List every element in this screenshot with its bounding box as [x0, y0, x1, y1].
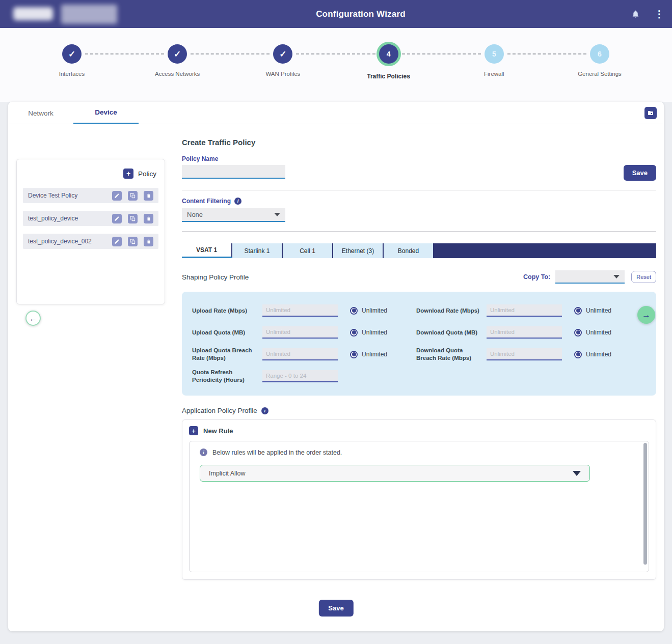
copy-icon-button[interactable]: [128, 191, 138, 201]
step-circle[interactable]: 6: [590, 44, 609, 64]
edit-icon-button[interactable]: [112, 237, 122, 246]
interface-tab-starlink-1[interactable]: Starlink 1: [232, 243, 283, 258]
create-traffic-policy-title: Create Traffic Policy: [182, 138, 656, 147]
check-icon: ✓: [174, 49, 181, 60]
info-icon[interactable]: i: [234, 198, 241, 205]
tab-device[interactable]: Device: [73, 102, 139, 124]
main-card: Network Device + Policy Device Test Poli…: [8, 102, 664, 631]
copy-icon: [130, 216, 136, 221]
scrollbar-thumb[interactable]: [643, 443, 647, 565]
download-rate-label: Download Rate (Mbps): [416, 307, 487, 315]
unlimited-label: Unlimited: [362, 329, 387, 336]
content-filtering-value: None: [187, 211, 203, 218]
radio-dot: [352, 309, 356, 313]
save-button[interactable]: Save: [624, 165, 656, 181]
edit-icon-button[interactable]: [112, 214, 122, 223]
back-button[interactable]: ←: [25, 311, 41, 326]
policy-list-item[interactable]: Device Test Policy: [23, 188, 158, 203]
trash-icon: [146, 239, 151, 244]
interface-tab-ethernet[interactable]: Ethernet (3): [333, 243, 384, 258]
unlimited-label: Unlimited: [586, 329, 611, 336]
stepper-step-general-settings[interactable]: 6 General Settings: [590, 44, 609, 64]
pencil-icon: [114, 239, 120, 244]
stepper-step-interfaces[interactable]: ✓ Interfaces: [62, 44, 82, 64]
folder-icon: [647, 110, 654, 116]
interface-tab-bonded[interactable]: Bonded: [384, 243, 434, 258]
policy-name: test_policy_device_002: [28, 238, 112, 245]
policy-list-item[interactable]: test_policy_device: [23, 211, 158, 226]
upload-quota-unlimited-radio[interactable]: [350, 329, 358, 337]
page-title: Configuration Wizard: [316, 9, 406, 19]
folder-icon-button[interactable]: [644, 107, 657, 119]
upload-quota-breach-rate-input[interactable]: [262, 348, 338, 360]
divider: [182, 190, 656, 190]
rule-row-implicit-allow[interactable]: Implicit Allow: [200, 465, 590, 482]
interface-tabbar: VSAT 1 Starlink 1 Cell 1 Ethernet (3) Bo…: [182, 243, 656, 258]
step-label: WAN Profiles: [265, 71, 300, 77]
copy-icon-button[interactable]: [128, 237, 138, 246]
bottom-save-button[interactable]: Save: [318, 600, 353, 617]
upload-quota-breach-rate-label: Upload Quota Breach Rate (Mbps): [192, 347, 262, 362]
policy-name-field[interactable]: [182, 165, 285, 179]
radio-dot: [576, 309, 580, 313]
edit-icon-button[interactable]: [112, 191, 122, 201]
download-quota-unlimited-radio[interactable]: [574, 329, 582, 337]
step-circle[interactable]: ✓: [62, 44, 82, 64]
download-quota-input[interactable]: [487, 326, 562, 339]
download-quota-breach-rate-input[interactable]: [487, 348, 562, 360]
interface-tab-cell-1[interactable]: Cell 1: [283, 243, 333, 258]
radio-dot: [352, 330, 356, 334]
stepper-step-traffic-policies[interactable]: 4 Traffic Policies: [379, 44, 398, 64]
upload-rate-input[interactable]: [262, 304, 338, 317]
step-circle-active[interactable]: 4: [379, 44, 398, 64]
add-policy-button[interactable]: + Policy: [23, 169, 156, 179]
upload-quota-breach-unlimited-radio[interactable]: [350, 351, 358, 358]
stepper-step-wan-profiles[interactable]: ✓ WAN Profiles: [273, 44, 292, 64]
step-label: General Settings: [578, 71, 622, 77]
new-rule-button[interactable]: + New Rule: [189, 426, 649, 435]
delete-icon-button[interactable]: [144, 237, 153, 246]
stepper-connector: [191, 53, 270, 54]
stepper-step-firewall[interactable]: 5 Firewall: [485, 44, 504, 64]
download-quota-breach-rate-label: Download Quota Breach Rate (Mbps): [416, 347, 487, 362]
stepper-step-access-networks[interactable]: ✓ Access Networks: [168, 44, 187, 64]
shaping-policy-profile-title: Shaping Policy Profile: [182, 273, 249, 281]
unlimited-label: Unlimited: [362, 351, 387, 358]
download-rate-unlimited-radio[interactable]: [574, 307, 582, 315]
download-rate-input[interactable]: [487, 304, 562, 317]
info-icon[interactable]: i: [261, 407, 268, 414]
redacted-logo: [13, 7, 53, 20]
upload-quota-input[interactable]: [262, 326, 338, 339]
redacted-org-info: [61, 5, 117, 24]
download-quota-label: Download Quota (MB): [416, 329, 487, 337]
chevron-down-icon: [274, 213, 280, 216]
policy-list-item[interactable]: test_policy_device_002: [23, 234, 158, 249]
interface-tab-vsat-1[interactable]: VSAT 1: [182, 243, 232, 258]
step-circle[interactable]: ✓: [273, 44, 292, 64]
shaping-policy-panel: Upload Rate (Mbps) Unlimited Download Ra…: [182, 292, 656, 396]
copy-to-select[interactable]: [555, 270, 625, 284]
content-filtering-select[interactable]: None: [182, 208, 285, 222]
kebab-menu-icon[interactable]: ⋮: [654, 7, 664, 20]
quota-refresh-periodicity-label: Quota Refresh Periodicity (Hours): [192, 369, 262, 384]
arrow-left-icon: ←: [30, 314, 37, 323]
delete-icon-button[interactable]: [144, 214, 153, 223]
unlimited-label: Unlimited: [586, 351, 611, 358]
next-arrow-button[interactable]: →: [637, 306, 655, 324]
upload-quota-label: Upload Quota (MB): [192, 329, 262, 337]
notification-bell-icon[interactable]: [630, 9, 640, 19]
step-circle[interactable]: 5: [485, 44, 504, 64]
pencil-icon: [114, 216, 120, 221]
reset-button[interactable]: Reset: [631, 271, 656, 283]
quota-refresh-periodicity-input[interactable]: [262, 370, 338, 382]
copy-icon-button[interactable]: [128, 214, 138, 223]
download-quota-breach-unlimited-radio[interactable]: [574, 351, 582, 358]
upload-rate-unlimited-radio[interactable]: [350, 307, 358, 315]
step-circle[interactable]: ✓: [168, 44, 187, 64]
policy-name: test_policy_device: [28, 215, 112, 222]
application-policy-profile-title: Application Policy Profile: [182, 407, 257, 414]
radio-dot: [576, 352, 580, 356]
delete-icon-button[interactable]: [144, 191, 153, 201]
tab-network[interactable]: Network: [8, 102, 73, 124]
chevron-down-icon: [613, 275, 620, 278]
